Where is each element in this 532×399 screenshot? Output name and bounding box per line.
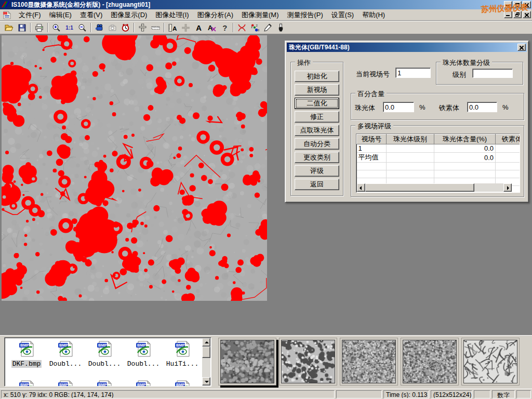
move-cross-button[interactable] <box>179 22 192 33</box>
file-item[interactable] <box>86 380 123 387</box>
menu-file[interactable]: 文件(F) <box>15 9 45 21</box>
grade-button[interactable]: 评级 <box>295 165 339 177</box>
ruler-horizontal-button[interactable] <box>149 22 162 33</box>
thumbnail-2[interactable] <box>279 338 337 385</box>
percent-group: 百分含量 <box>351 93 524 120</box>
menu-image-display[interactable]: 图像显示(D) <box>107 9 151 21</box>
menu-help[interactable]: 帮助(H) <box>358 9 389 21</box>
scrollbar-thumb[interactable] <box>365 183 474 192</box>
save-icon <box>18 23 26 32</box>
scrollbar-thumb[interactable] <box>202 347 210 358</box>
col-ferrite-content[interactable]: 铁素体含量(%) <box>496 135 521 144</box>
open-file-button[interactable] <box>3 22 16 33</box>
file-item[interactable]: Doubl... <box>86 340 123 368</box>
file-item[interactable] <box>164 380 201 387</box>
child-restore-button[interactable] <box>513 11 522 18</box>
measure-text-button[interactable]: A <box>166 22 179 33</box>
actual-size-icon: 1:1 <box>65 25 73 31</box>
svg-text:A: A <box>172 24 177 31</box>
return-button[interactable]: 返回 <box>295 179 339 190</box>
print-icon <box>35 23 44 32</box>
text-button[interactable]: A <box>192 22 205 33</box>
table-horizontal-scrollbar[interactable] <box>357 183 512 192</box>
file-item[interactable] <box>125 380 162 387</box>
pen-button[interactable] <box>261 22 274 33</box>
actual-size-button[interactable]: 1:1 <box>63 22 76 33</box>
bmp-file-icon <box>18 340 35 358</box>
scroll-left-button[interactable] <box>357 183 365 192</box>
file-item[interactable]: Doubl... <box>47 340 84 368</box>
close-button[interactable] <box>523 1 531 8</box>
save-button[interactable] <box>16 22 29 33</box>
grade-level-input[interactable] <box>472 69 513 78</box>
multi-field-table: 视场号 珠光体级别 珠光体含量(%) 铁素体含量(%) 1 0.0 平均值 <box>356 134 520 193</box>
new-field-button[interactable]: 新视场 <box>295 84 339 96</box>
menu-settings[interactable]: 设置(S) <box>327 9 358 21</box>
child-minimize-button[interactable] <box>504 11 512 18</box>
toolbar-separator <box>233 23 234 32</box>
menu-view[interactable]: 查看(V) <box>76 9 107 21</box>
text-delete-button[interactable]: A <box>205 22 218 33</box>
help-icon: ? <box>220 23 229 32</box>
auto-classify-button[interactable]: 自动分类 <box>295 138 339 150</box>
print-button[interactable] <box>33 22 46 33</box>
help-button[interactable]: ? <box>218 22 231 33</box>
col-pearlite-content[interactable]: 珠光体含量(%) <box>434 135 496 144</box>
video-capture-button[interactable] <box>93 22 106 33</box>
change-class-button[interactable]: 更改类别 <box>295 152 339 163</box>
current-field-input[interactable]: 1 <box>395 68 431 78</box>
table-row[interactable]: 1 0.0 <box>357 144 521 153</box>
menu-image-process[interactable]: 图像处理(I) <box>151 9 193 21</box>
file-item[interactable] <box>47 380 84 387</box>
minimize-button[interactable] <box>504 1 512 8</box>
camera-capture-button[interactable] <box>106 22 119 33</box>
file-item[interactable]: DKF.bmp <box>8 340 45 368</box>
file-list-scrollbar[interactable] <box>202 338 210 385</box>
file-list: BMP DKF.bmp Doubl... Doubl... <box>4 337 211 387</box>
zoom-out-button[interactable] <box>76 22 89 33</box>
correct-button[interactable]: 修正 <box>295 111 339 123</box>
pick-pearlite-button[interactable]: 点取珠光体 <box>295 125 339 136</box>
file-item[interactable]: HuiTi... <box>164 340 201 368</box>
dialog-close-button[interactable] <box>517 44 526 51</box>
col-field-number[interactable]: 视场号 <box>357 135 387 144</box>
pearlite-label: 珠光体 <box>355 103 375 113</box>
status-empty-3 <box>516 390 531 398</box>
ferrite-percent-input[interactable]: 0.0 <box>467 102 497 112</box>
window-title: IS100显微摄像系统(金相分析版) - [zhuguangti01] <box>11 1 150 9</box>
thumbnail-5[interactable] <box>461 338 520 385</box>
zoom-in-button[interactable] <box>50 22 63 33</box>
child-close-button[interactable] <box>523 11 531 18</box>
table-row[interactable]: 平均值 0.0 <box>357 153 521 163</box>
menu-edit[interactable]: 编辑(E) <box>45 9 76 21</box>
thumbnail-1[interactable] <box>218 338 276 385</box>
pearlite-percent-input[interactable]: 0.0 <box>383 102 414 112</box>
curve-tool-button[interactable] <box>235 22 248 33</box>
operations-group-label: 操作 <box>295 58 313 68</box>
menu-image-analysis[interactable]: 图像分析(A) <box>193 9 237 21</box>
scroll-up-button[interactable] <box>202 338 210 347</box>
document-icon[interactable] <box>3 11 11 19</box>
caliper-button[interactable] <box>136 22 149 33</box>
micrograph-image[interactable] <box>2 35 267 301</box>
init-button[interactable]: 初始化 <box>295 71 339 82</box>
col-pearlite-level[interactable]: 珠光体级别 <box>387 135 434 144</box>
menu-report[interactable]: 测量报告(P) <box>283 9 327 21</box>
file-item[interactable] <box>8 380 45 387</box>
thumbnail-4[interactable] <box>401 338 459 385</box>
binarize-button[interactable]: 二值化 <box>295 98 339 109</box>
thumbnail-3[interactable] <box>340 338 398 385</box>
scroll-right-button[interactable] <box>503 183 512 192</box>
menu-image-measure[interactable]: 图像测量(M) <box>237 9 283 21</box>
brush-button[interactable] <box>274 22 287 33</box>
timer-button[interactable] <box>119 22 132 33</box>
open-folder-icon <box>5 23 14 32</box>
zoom-in-icon <box>52 23 61 32</box>
count-points-button[interactable]: 1 2 3 <box>248 22 261 33</box>
maximize-button[interactable] <box>513 1 522 8</box>
file-item[interactable]: Doubl... <box>125 340 162 368</box>
bmp-file-icon <box>135 340 152 358</box>
scroll-down-button[interactable] <box>202 377 210 385</box>
multi-field-group-label: 多视场评级 <box>355 122 393 131</box>
text-icon: A <box>194 23 203 32</box>
